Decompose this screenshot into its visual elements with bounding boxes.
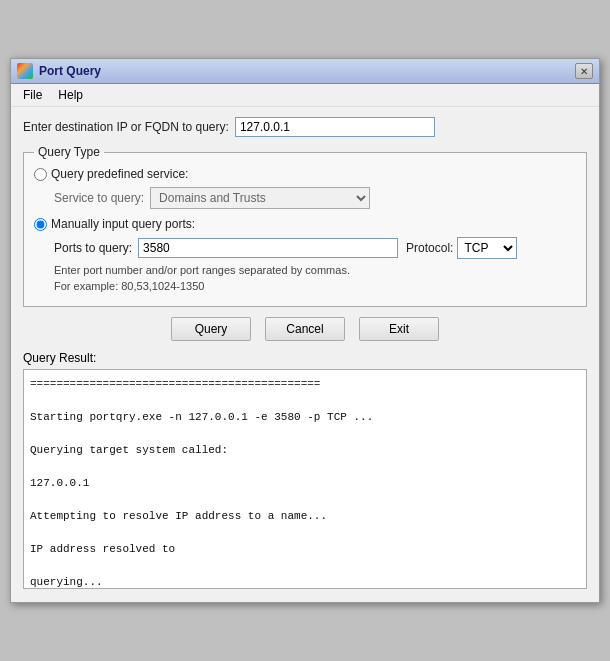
result-label: Query Result: [23, 351, 587, 365]
query-type-group: Query Type Query predefined service: Ser… [23, 145, 587, 307]
close-button[interactable]: ✕ [575, 63, 593, 79]
hint-text: Enter port number and/or port ranges sep… [54, 263, 576, 294]
ports-input[interactable] [138, 238, 398, 258]
window-title: Port Query [39, 64, 101, 78]
radio-manual-row: Manually input query ports: [34, 217, 576, 231]
protocol-label: Protocol: [406, 241, 453, 255]
menu-file[interactable]: File [15, 86, 50, 104]
app-icon [17, 63, 33, 79]
radio-predefined[interactable] [34, 168, 47, 181]
radio-predefined-label: Query predefined service: [51, 167, 188, 181]
service-row: Service to query: Domains and Trusts [54, 187, 576, 209]
main-window: Port Query ✕ File Help Enter destination… [10, 58, 600, 603]
buttons-row: Query Cancel Exit [23, 317, 587, 341]
service-select[interactable]: Domains and Trusts [150, 187, 370, 209]
cancel-button[interactable]: Cancel [265, 317, 345, 341]
content-area: Enter destination IP or FQDN to query: Q… [11, 107, 599, 602]
exit-button[interactable]: Exit [359, 317, 439, 341]
hint-line1: Enter port number and/or port ranges sep… [54, 263, 576, 278]
radio-manual-label: Manually input query ports: [51, 217, 195, 231]
title-buttons: ✕ [575, 63, 593, 79]
ports-label: Ports to query: [54, 241, 132, 255]
title-bar: Port Query ✕ [11, 59, 599, 84]
result-section: Query Result: ==========================… [23, 351, 587, 592]
destination-row: Enter destination IP or FQDN to query: [23, 117, 587, 137]
ports-row: Ports to query: Protocol: TCP UDP BOTH [54, 237, 576, 259]
title-bar-left: Port Query [17, 63, 101, 79]
dest-label: Enter destination IP or FQDN to query: [23, 120, 229, 134]
protocol-select[interactable]: TCP UDP BOTH [457, 237, 517, 259]
radio-manual[interactable] [34, 218, 47, 231]
query-button[interactable]: Query [171, 317, 251, 341]
dest-input[interactable] [235, 117, 435, 137]
hint-line2: For example: 80,53,1024-1350 [54, 279, 576, 294]
menu-bar: File Help [11, 84, 599, 107]
query-type-legend: Query Type [34, 145, 104, 159]
menu-help[interactable]: Help [50, 86, 91, 104]
radio-predefined-row: Query predefined service: [34, 167, 576, 181]
result-textarea[interactable]: ========================================… [23, 369, 587, 589]
service-label: Service to query: [54, 191, 144, 205]
